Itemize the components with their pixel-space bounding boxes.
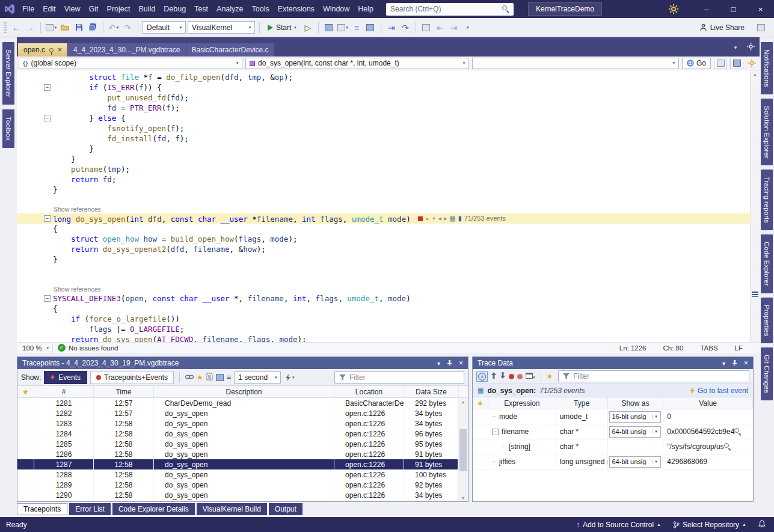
minimize-button[interactable]: – [693, 0, 720, 18]
menu-extensions[interactable]: Extensions [274, 1, 319, 17]
watch-row[interactable]: jiffieslong unsigned in64-bit unsig▾4296… [473, 454, 753, 469]
save-all-button[interactable] [87, 21, 99, 34]
breakpoints-window-button[interactable] [364, 21, 376, 34]
menu-file[interactable]: File [18, 1, 38, 17]
magnifier-icon[interactable] [724, 443, 731, 450]
trace-data-filter-input[interactable]: Filter [558, 370, 749, 382]
code-area[interactable]: struct file *f = do_filp_open(dfd, tmp, … [17, 70, 750, 342]
open-file-button[interactable] [59, 21, 71, 34]
tracepoints-events-toggle-button[interactable]: Tracepoints+Events [90, 371, 174, 384]
menu-view[interactable]: View [60, 1, 85, 17]
trace-data-panel-header[interactable]: Trace Data ▾ × [473, 357, 753, 369]
codelens-link[interactable]: Show references [17, 285, 750, 293]
feedback-icon[interactable] [755, 21, 767, 34]
panel-display-icon[interactable] [216, 374, 224, 381]
tracepoints-panel-header[interactable]: Tracepoints - 4_4_2023_4_30_19_PM.vgdbtr… [17, 357, 468, 369]
scroll-up-icon[interactable]: ▲ [751, 70, 760, 76]
splitter-grip[interactable] [752, 292, 758, 297]
pin-icon[interactable] [49, 48, 54, 52]
window-menu-icon[interactable]: ▾ [437, 360, 440, 367]
fold-marker[interactable]: − [44, 215, 51, 222]
go-button[interactable]: Go [682, 58, 711, 69]
tracepoint-row[interactable]: 128812:58do_sys_openopen.c:1226100 bytes [17, 469, 459, 480]
live-share-button[interactable]: Live Share [699, 23, 745, 32]
side-tab-tracing-reports[interactable]: Tracing reports [761, 170, 773, 230]
menu-project[interactable]: Project [103, 1, 135, 17]
maximize-button[interactable]: □ [720, 0, 747, 18]
step-back-icon[interactable]: ◀ [438, 213, 441, 224]
menu-edit[interactable]: Edit [38, 1, 60, 17]
watch-row[interactable]: −filenamechar *64-bit unsig▾0x0000564592… [473, 424, 753, 439]
watch-row[interactable]: modeumode_t16-bit unsig▾0 [473, 409, 753, 424]
close-button[interactable]: × [747, 0, 774, 18]
select-repository-button[interactable]: Select Repository ▲ [673, 521, 746, 529]
visualkernel-settings-icon[interactable] [748, 59, 756, 67]
save-button[interactable] [73, 21, 85, 34]
prev-bookmark-button[interactable]: ⇤ [434, 21, 446, 34]
step-over-button[interactable]: ↷ [399, 21, 411, 34]
start-debugging-button[interactable]: Start▾ [264, 21, 300, 34]
scroll-down-icon[interactable]: ▼ [458, 496, 468, 500]
navigate-back-button[interactable]: ← [10, 21, 22, 34]
fold-marker[interactable]: − [44, 115, 51, 121]
breakpoint-disabled-icon[interactable] [517, 374, 523, 379]
align-left-icon[interactable]: ≡ [351, 21, 363, 34]
step-into-button[interactable]: ⇥ [385, 21, 398, 34]
watch-row[interactable]: [string]char *"/sys/fs/cgroup/us [473, 439, 753, 454]
add-to-source-control-button[interactable]: ↑ Add to Source Control ▲ [576, 521, 661, 529]
toolbar-options-button[interactable]: ▾ [462, 21, 474, 34]
notifications-bell-icon[interactable] [758, 520, 766, 530]
attach-button[interactable] [323, 21, 335, 34]
tracepoint-row[interactable]: 128212:57do_sys_openopen.c:122634 bytes [17, 408, 459, 418]
zoom-dropdown[interactable]: 100 %▾ [19, 343, 53, 353]
redo-button[interactable]: ↷ [121, 21, 134, 34]
tracepoint-row[interactable]: 128312:58do_sys_openopen.c:122634 bytes [17, 418, 459, 429]
fold-marker[interactable]: − [44, 295, 51, 302]
side-tab-server-explorer[interactable]: Server Explorer [2, 42, 14, 105]
navigate-forward-button[interactable]: → [24, 21, 36, 34]
record-icon[interactable] [418, 216, 423, 221]
close-icon[interactable]: × [58, 46, 62, 54]
next-bookmark-button[interactable]: ⇥ [448, 21, 460, 34]
project-badge[interactable]: KernelTraceDemo [528, 2, 602, 16]
start-without-debugging-button[interactable]: ▷ [302, 21, 314, 34]
solution-configuration-dropdown[interactable]: Default▾ [143, 21, 186, 34]
tab-list-chevron-icon[interactable]: ▼ [733, 45, 738, 50]
prev-event-button[interactable] [491, 372, 497, 381]
magnifier-icon[interactable] [734, 428, 740, 435]
tracepoint-row[interactable]: 128612:58do_sys_openopen.c:122691 bytes [17, 449, 459, 459]
nav-history-icon[interactable] [714, 58, 727, 69]
display-window-button[interactable]: ▾ [526, 372, 535, 381]
menu-test[interactable]: Test [190, 1, 212, 17]
tracepoint-row[interactable]: 128912:58do_sys_openopen.c:122692 bytes [17, 480, 459, 490]
side-tab-notifications[interactable]: Notifications [761, 42, 773, 94]
tracepoints-filter-input[interactable]: Filter [334, 371, 464, 384]
prev-event-icon[interactable]: ▲ [425, 213, 429, 224]
secondary-dropdown[interactable]: ▾ [472, 58, 679, 69]
info-mode-button[interactable]: i [476, 371, 488, 382]
show-as-dropdown[interactable]: 64-bit unsig▾ [609, 456, 661, 468]
next-event-icon[interactable]: ▼ [432, 213, 436, 224]
pin-icon[interactable] [447, 359, 452, 367]
side-tab-toolbox[interactable]: Toolbox [2, 109, 14, 148]
document-tab[interactable]: open.c× [18, 43, 67, 57]
tracepoint-row[interactable]: 129012:58do_sys_openopen.c:122634 bytes [17, 490, 459, 500]
document-tab[interactable]: BasicCharacterDevice.c [186, 43, 274, 57]
side-tab-properties[interactable]: Properties [761, 298, 773, 343]
panel-tab-code-explorer-details[interactable]: Code Explorer Details [112, 503, 195, 515]
undo-button[interactable]: ↶▾ [108, 21, 120, 34]
event-table-icon[interactable]: ▦ [449, 213, 455, 224]
eol-indicator[interactable]: LF [735, 344, 743, 352]
go-to-last-event-link[interactable]: Go to last event [690, 387, 748, 395]
side-tab-git-changes[interactable]: Git Changes [761, 347, 773, 400]
link-events-icon[interactable] [185, 373, 194, 382]
menu-debug[interactable]: Debug [159, 1, 190, 17]
scope-dropdown[interactable]: {} (global scope)▾ [19, 58, 242, 69]
menu-git[interactable]: Git [85, 1, 103, 17]
favorites-icon[interactable]: ★ [547, 372, 553, 381]
search-box[interactable]: Search (Ctrl+Q) [386, 3, 514, 16]
menu-window[interactable]: Window [319, 1, 354, 17]
startup-target-dropdown[interactable]: VisualKernel▾ [188, 21, 255, 34]
breakpoint-icon[interactable] [509, 374, 514, 379]
tabs-indicator[interactable]: TABS [700, 344, 717, 352]
